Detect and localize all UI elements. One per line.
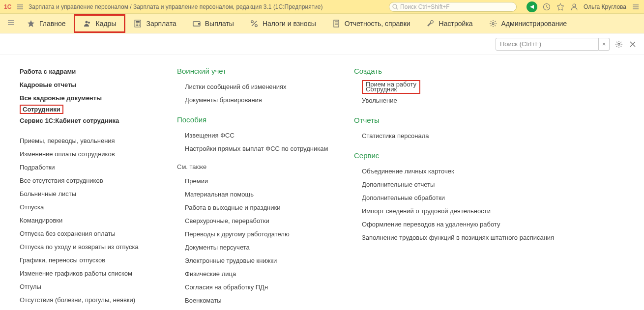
link-dokumenty-bronirovaniya[interactable]: Документы бронирования [185, 93, 334, 107]
nav-label: Администрирование [501, 20, 567, 28]
svg-point-1 [393, 4, 397, 8]
column-3: Создать Прием на работу Сотрудник Увольн… [354, 65, 570, 305]
nav-nalogi[interactable]: Налоги и взносы [242, 16, 324, 31]
user-icon[interactable] [570, 2, 579, 11]
column-2: Воинский учет Листки сообщений об измене… [177, 65, 334, 305]
link-voenkomaty[interactable]: Военкоматы [185, 294, 334, 307]
content-area: Работа с кадрами Кадровые отчеты Все кад… [0, 55, 644, 310]
head-sozdat[interactable]: Создать [354, 67, 570, 75]
nav-label: Зарплата [146, 20, 176, 28]
head-voinsky-uchet[interactable]: Воинский учет [177, 67, 334, 75]
nav-zarplata[interactable]: Зарплата [125, 16, 184, 31]
link-sverhurochnye[interactable]: Сверхурочные, переработки [185, 214, 334, 227]
link-otpuska-po-uhodu[interactable]: Отпуска по уходу и возвраты из отпуска [20, 240, 157, 254]
link-servis-kabinet[interactable]: Сервис 1С:Кабинет сотрудника [20, 114, 157, 127]
link-dop-obrabotki[interactable]: Дополнительные обработки [362, 191, 570, 204]
svg-point-18 [255, 24, 257, 26]
nav-label: Главное [39, 20, 66, 28]
star-icon[interactable] [556, 2, 565, 11]
svg-point-5 [85, 21, 88, 23]
link-komandirovki[interactable]: Командировки [20, 214, 157, 227]
link-rabota-vyhodnye[interactable]: Работа в выходные и праздники [185, 201, 334, 214]
svg-rect-16 [198, 23, 200, 25]
link-otpuska-bez[interactable]: Отпуска без сохранения оплаты [20, 227, 157, 240]
link-obedinenie-kartochek[interactable]: Объединение личных карточек [362, 165, 570, 178]
panel-search-clear[interactable]: × [599, 38, 610, 51]
nav-label: Выплаты [205, 20, 234, 28]
link-izmenenie-oplaty[interactable]: Изменение оплаты сотрудников [20, 147, 157, 161]
create-highlighted-box: Прием на работу Сотрудник [362, 80, 420, 94]
nav-burger-icon[interactable] [3, 16, 19, 31]
link-grafiki-perenosy[interactable]: Графики, переносы отпусков [20, 254, 157, 267]
link-vse-otsutstviya[interactable]: Все отсутствия сотрудников [20, 174, 157, 187]
link-otguly[interactable]: Отгулы [20, 280, 157, 293]
link-izvesheniya-fss[interactable]: Извещения ФСС [185, 129, 334, 142]
link-bolnichnye[interactable]: Больничные листы [20, 187, 157, 200]
global-search-placeholder: Поиск Ctrl+Shift+F [400, 3, 450, 10]
document-icon [332, 19, 341, 28]
link-mat-pomosch[interactable]: Материальная помощь [185, 188, 334, 201]
link-izmenenie-grafikov[interactable]: Изменение графиков работы списком [20, 267, 157, 280]
link-listki-soobsheniy[interactable]: Листки сообщений об изменениях [185, 80, 334, 93]
link-nastroyki-pryamyh[interactable]: Настройки прямых выплат ФСС по сотрудник… [185, 142, 334, 155]
svg-point-4 [573, 4, 576, 7]
svg-line-2 [396, 8, 398, 9]
main-nav: Главное Кадры Зарплата Выплаты Налоги и … [0, 14, 644, 33]
user-name[interactable]: Ольга Круглова [584, 3, 626, 10]
gear-icon [489, 19, 498, 28]
top-icons: Ольга Круглова [527, 1, 640, 12]
panel-search[interactable]: Поиск (Ctrl+F) [496, 38, 599, 51]
head-servis[interactable]: Сервис [354, 151, 570, 160]
notify-icon[interactable] [527, 1, 537, 12]
link-uvolnenie[interactable]: Увольнение [362, 94, 570, 107]
link-zapolnenie-funktsiy[interactable]: Заполнение трудовых функций в позициях ш… [362, 231, 570, 244]
link-perevody[interactable]: Переводы к другому работодателю [185, 227, 334, 241]
svg-point-6 [88, 22, 90, 24]
nav-otchetnost[interactable]: Отчетность, справки [324, 16, 418, 31]
link-podrabotki[interactable]: Подработки [20, 161, 157, 174]
global-search[interactable]: Поиск Ctrl+Shift+F [389, 2, 517, 12]
link-priemy-perevody[interactable]: Приемы, переводы, увольнения [20, 134, 157, 147]
star-icon [27, 19, 35, 28]
nav-label: Кадры [96, 20, 117, 28]
link-kadrovye-otchety[interactable]: Кадровые отчеты [20, 78, 157, 91]
link-sotrudniki[interactable]: Сотрудники [20, 105, 63, 114]
svg-point-21 [492, 23, 494, 25]
close-icon[interactable] [628, 40, 637, 49]
svg-rect-20 [334, 20, 339, 27]
svg-point-12 [136, 25, 137, 26]
nav-nastroyka[interactable]: Настройка [418, 16, 481, 31]
nav-admin[interactable]: Администрирование [481, 16, 575, 31]
history-icon[interactable] [542, 2, 551, 11]
svg-point-9 [136, 24, 137, 25]
link-otsutstviya-bolezni[interactable]: Отсутствия (болезни, прогулы, неявки) [20, 293, 157, 307]
nav-main[interactable]: Главное [19, 16, 74, 31]
head-posobiya[interactable]: Пособия [177, 115, 334, 124]
link-soglasiya-pdn[interactable]: Согласия на обработку ПДн [185, 281, 334, 294]
svg-point-13 [137, 25, 138, 26]
link-rabota-s-kadrami[interactable]: Работа с кадрами [20, 65, 157, 78]
nav-label: Настройка [439, 20, 473, 28]
link-otpuska[interactable]: Отпуска [20, 200, 157, 214]
svg-point-17 [251, 20, 253, 22]
link-import-svedeniy[interactable]: Импорт сведений о трудовой деятельности [362, 204, 570, 218]
link-premii[interactable]: Премии [185, 174, 334, 188]
link-fiz-litsa[interactable]: Физические лица [185, 267, 334, 281]
link-etk[interactable]: Электронные трудовые книжки [185, 254, 334, 267]
svg-line-19 [252, 21, 257, 26]
link-statistika-personala[interactable]: Статистика персонала [362, 129, 570, 142]
menu-icon[interactable] [631, 2, 640, 11]
settings-icon[interactable] [615, 40, 623, 49]
link-oformlenie-perevodov[interactable]: Оформление переводов на удаленную работу [362, 218, 570, 231]
column-1: Работа с кадрами Кадровые отчеты Все кад… [20, 65, 157, 305]
link-vse-kadrovye-dokumenty[interactable]: Все кадровые документы [20, 91, 157, 105]
nav-kadry[interactable]: Кадры [74, 14, 126, 33]
nav-label: Налоги и взносы [263, 20, 316, 28]
head-otchety[interactable]: Отчеты [354, 116, 570, 124]
burger-icon[interactable] [16, 2, 25, 11]
link-dokumenty-persucheta[interactable]: Документы персучета [185, 241, 334, 254]
nav-vyplaty[interactable]: Выплаты [184, 16, 242, 31]
link-dop-otchety[interactable]: Дополнительные отчеты [362, 178, 570, 191]
sub-top-bar: Поиск (Ctrl+F) × [0, 33, 644, 55]
global-search-wrap: Поиск Ctrl+Shift+F [389, 2, 517, 12]
